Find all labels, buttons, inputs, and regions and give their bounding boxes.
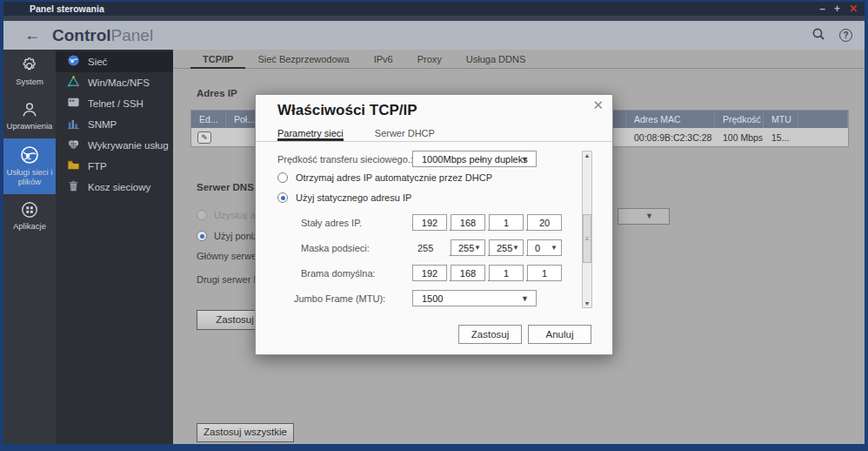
column-header-mtu[interactable]: MTU bbox=[764, 111, 798, 128]
scroll-up-icon[interactable]: ▲ bbox=[583, 152, 591, 158]
static-ip-radio-row[interactable]: Użyj statycznego adresu IP bbox=[277, 192, 411, 203]
person-icon bbox=[20, 100, 39, 119]
rail-item-uprawnienia[interactable]: Uprawnienia bbox=[3, 94, 56, 138]
chevron-down-icon: ▼ bbox=[474, 244, 481, 252]
menu-item-label: Kosz sieciowy bbox=[88, 182, 150, 192]
gear-icon bbox=[20, 56, 39, 75]
menu-item-label: Telnet / SSH bbox=[88, 98, 144, 109]
tab-proxy[interactable]: Proxy bbox=[405, 52, 454, 69]
tcpip-properties-dialog: Właściwości TCP/IP ✕ Parametry sieci Ser… bbox=[255, 94, 613, 355]
control-panel-window: Panel sterowania – + ✕ ← ControlPanel ? … bbox=[0, 0, 868, 451]
gateway-octet-4[interactable] bbox=[527, 265, 562, 281]
subnet-mask-label: Maska podsieci: bbox=[301, 243, 370, 253]
dialog-tabs: Parametry sieci Serwer DHCP bbox=[256, 128, 612, 142]
app-header: ← ControlPanel ? bbox=[3, 21, 865, 50]
dns-dropdown-partial[interactable]: ▼ bbox=[618, 208, 670, 225]
tab-siec-bezprzewodowa[interactable]: Sieć Bezprzewodowa bbox=[245, 52, 361, 69]
trash-icon bbox=[67, 179, 80, 196]
subnet-octet-1: 255 bbox=[417, 243, 433, 253]
chevron-down-icon: ▼ bbox=[551, 244, 558, 252]
ip-address-heading: Adres IP bbox=[197, 88, 237, 98]
globe-icon bbox=[19, 145, 40, 165]
radio-icon[interactable] bbox=[277, 192, 288, 203]
rail-item-uslugi-sieci[interactable]: Usługi sieci i plików bbox=[3, 138, 56, 194]
help-icon[interactable]: ? bbox=[839, 29, 852, 42]
rail-item-label: Usługi sieci i plików bbox=[5, 168, 54, 187]
minimize-button[interactable]: – bbox=[819, 3, 825, 14]
dhcp-radio-row[interactable]: Otrzymaj adres IP automatycznie przez DH… bbox=[277, 172, 492, 183]
triangle-icon bbox=[67, 75, 80, 91]
edit-row-button[interactable]: ✎ bbox=[197, 131, 211, 144]
menu-item-snmp[interactable]: SNMP bbox=[56, 114, 173, 135]
menu-item-telnet-ssh[interactable]: Telnet / SSH bbox=[56, 93, 173, 114]
window-title: Panel sterowania bbox=[30, 3, 104, 14]
gateway-label: Brama domyślna: bbox=[301, 268, 376, 279]
back-button[interactable]: ← bbox=[24, 26, 40, 44]
cell-speed: 100 Mbps bbox=[715, 132, 764, 143]
subnet-octet-2-dropdown[interactable]: 255▼ bbox=[451, 239, 485, 256]
jumbo-frame-dropdown[interactable]: 1500 ▼ bbox=[412, 290, 537, 306]
app-title-light: Panel bbox=[111, 26, 154, 45]
dialog-close-icon[interactable]: ✕ bbox=[592, 98, 604, 113]
menu-item-label: Sieć bbox=[88, 57, 107, 67]
tab-usluga-ddns[interactable]: Usługa DDNS bbox=[454, 52, 537, 69]
column-header-mac[interactable]: Adres MAC bbox=[626, 111, 715, 128]
rail-item-label: Uprawnienia bbox=[7, 122, 53, 131]
menu-item-win-mac-nfs[interactable]: Win/Mac/NFS bbox=[56, 72, 173, 93]
bar-chart-icon bbox=[67, 117, 80, 133]
apply-all-button[interactable]: Zastosuj wszystkie bbox=[197, 423, 294, 442]
dialog-apply-button[interactable]: Zastosuj bbox=[458, 325, 522, 344]
column-header-edit[interactable]: Ed... bbox=[191, 111, 226, 128]
static-ip-octet-3[interactable] bbox=[489, 214, 524, 231]
dialog-scrollbar[interactable]: ▲ ≡ ▼ bbox=[582, 151, 592, 308]
scroll-down-icon[interactable]: ▼ bbox=[583, 300, 591, 306]
jumbo-frame-label: Jumbo Frame (MTU): bbox=[294, 293, 385, 304]
static-ip-octet-2[interactable] bbox=[451, 214, 485, 231]
close-window-button[interactable]: ✕ bbox=[849, 3, 858, 14]
terminal-icon bbox=[67, 96, 80, 112]
menu-item-kosz-sieciowy[interactable]: Kosz sieciowy bbox=[56, 177, 173, 198]
rail-item-aplikacje[interactable]: Aplikacje bbox=[3, 194, 56, 239]
radio-icon[interactable] bbox=[197, 231, 207, 241]
chevron-down-icon: ▼ bbox=[521, 155, 529, 164]
dialog-tab-parametry-sieci[interactable]: Parametry sieci bbox=[277, 128, 344, 141]
rail-item-system[interactable]: System bbox=[3, 50, 56, 94]
network-speed-value: 1000Mbps pełny dupleks bbox=[422, 154, 528, 165]
subnet-octet-4-dropdown[interactable]: 0▼ bbox=[527, 239, 562, 256]
chevron-down-icon: ▼ bbox=[645, 212, 653, 220]
chevron-down-icon: ▼ bbox=[512, 244, 519, 252]
network-speed-label: Prędkość transferu sieciowego.: bbox=[277, 154, 413, 165]
chevron-down-icon: ▼ bbox=[521, 294, 529, 303]
menu-item-label: Wykrywanie usług bbox=[88, 140, 169, 151]
dialog-tab-serwer-dhcp[interactable]: Serwer DHCP bbox=[375, 128, 435, 141]
apps-grid-icon bbox=[20, 200, 39, 219]
radio-icon[interactable] bbox=[277, 172, 288, 183]
static-ip-octet-4[interactable] bbox=[527, 214, 562, 231]
window-titlebar[interactable]: Panel sterowania – + ✕ bbox=[3, 2, 865, 16]
static-ip-radio-label: Użyj statycznego adresu IP bbox=[296, 192, 411, 203]
service-discovery-icon bbox=[67, 138, 80, 154]
gateway-octet-2[interactable] bbox=[451, 265, 485, 281]
radio-icon[interactable] bbox=[197, 210, 207, 220]
network-speed-dropdown[interactable]: 1000Mbps pełny dupleks ▼ bbox=[412, 151, 537, 167]
gateway-octet-3[interactable] bbox=[489, 265, 524, 281]
subnet-octet-3-dropdown[interactable]: 255▼ bbox=[489, 239, 524, 256]
gateway-octet-1[interactable] bbox=[412, 265, 447, 281]
network-icon bbox=[67, 54, 80, 71]
maximize-button[interactable]: + bbox=[834, 3, 840, 14]
column-header-speed[interactable]: Prędkość bbox=[715, 111, 764, 128]
folder-icon bbox=[67, 158, 80, 175]
menu-item-ftp[interactable]: FTP bbox=[56, 156, 173, 177]
menu-item-siec[interactable]: Sieć bbox=[56, 51, 173, 72]
cell-mtu: 15... bbox=[764, 132, 798, 143]
tab-ipv6[interactable]: IPv6 bbox=[362, 52, 405, 69]
static-ip-octet-1[interactable] bbox=[412, 214, 447, 231]
dialog-cancel-button[interactable]: Anuluj bbox=[528, 325, 591, 344]
rail-item-label: System bbox=[16, 77, 43, 87]
tab-tcpip[interactable]: TCP/IP bbox=[190, 52, 245, 69]
menu-item-label: Win/Mac/NFS bbox=[88, 77, 150, 88]
app-title-bold: Control bbox=[52, 26, 111, 45]
search-icon[interactable] bbox=[811, 27, 825, 44]
scrollbar-thumb[interactable]: ≡ bbox=[583, 214, 591, 263]
menu-item-wykrywanie-uslug[interactable]: Wykrywanie usług bbox=[56, 135, 173, 156]
